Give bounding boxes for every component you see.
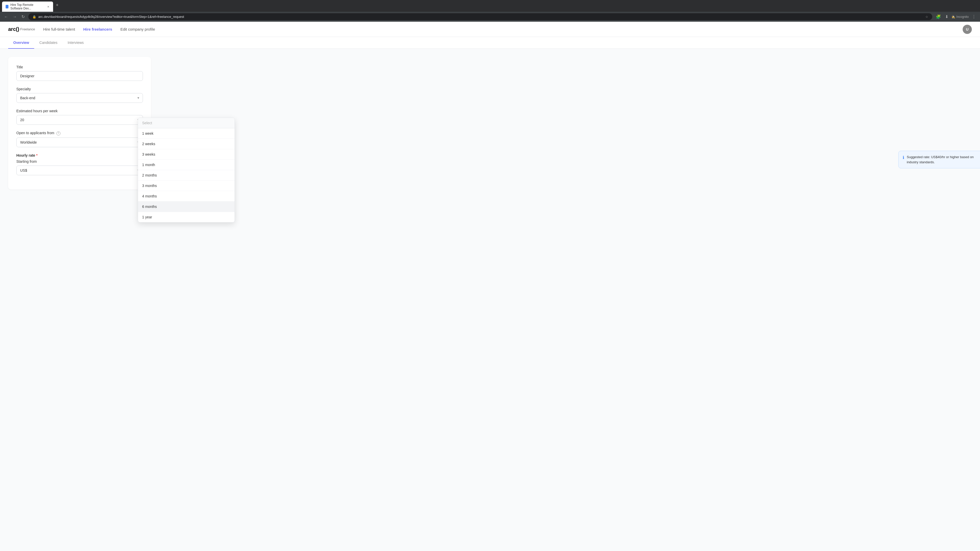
browser-tab-bar: Hire Top Remote Software Dev... ✕ +	[0, 0, 980, 12]
dropdown-item-2months[interactable]: 2 months	[138, 170, 234, 181]
nav-hire-fulltime[interactable]: Hire full-time talent	[43, 26, 75, 32]
forward-button[interactable]: →	[12, 14, 18, 20]
back-button[interactable]: ←	[3, 14, 9, 20]
applicants-help-icon[interactable]: ?	[56, 131, 60, 135]
active-tab[interactable]: Hire Top Remote Software Dev... ✕	[2, 2, 53, 12]
hours-field-group: Estimated hours per week 20 ▼	[16, 109, 143, 125]
dropdown-item-3weeks[interactable]: 3 weeks	[138, 149, 234, 160]
hours-label: Estimated hours per week	[16, 109, 143, 113]
app-header: arc() Freelance Hire full-time talent Hi…	[0, 22, 980, 37]
hours-select[interactable]: 20	[16, 115, 143, 125]
applicants-select[interactable]: Worldwide	[16, 138, 143, 147]
incognito-icon: 🕵	[951, 15, 955, 19]
header-nav: Hire full-time talent Hire freelancers E…	[43, 26, 155, 32]
duration-dropdown: Select 1 week 2 weeks 3 weeks 1 month 2 …	[138, 118, 235, 222]
applicants-field-group: Open to applicants from ? Worldwide ▼	[16, 131, 143, 147]
address-bar-row: ← → ↻ 🔒 arc.dev/dashboard/requests/kdyp4…	[0, 12, 980, 22]
hourly-rate-group: Hourly rate * Starting from US$ ▼	[16, 153, 143, 175]
incognito-badge: 🕵 Incognito	[951, 15, 969, 19]
currency-select-wrapper: US$ ▼	[16, 165, 143, 175]
nav-hire-freelancers[interactable]: Hire freelancers	[83, 26, 112, 32]
address-bar[interactable]: 🔒 arc.dev/dashboard/requests/kdyp4k9q28/…	[28, 13, 932, 20]
tab-close-button[interactable]: ✕	[47, 5, 49, 8]
refresh-button[interactable]: ↻	[21, 13, 26, 20]
page-tabs: Overview Candidates Interviews	[0, 37, 980, 49]
dropdown-item-1month[interactable]: 1 month	[138, 160, 234, 170]
specialty-field-group: Specialty Back-end ▼	[16, 87, 143, 103]
dropdown-item-1year[interactable]: 1 year	[138, 212, 234, 222]
starting-from-label: Starting from	[16, 159, 143, 164]
menu-button[interactable]: ⋮	[971, 13, 977, 20]
new-tab-button[interactable]: +	[54, 2, 61, 9]
tab-interviews[interactable]: Interviews	[62, 37, 89, 49]
applicants-label: Open to applicants from ?	[16, 131, 143, 135]
extensions-button[interactable]: 🧩	[935, 13, 942, 20]
applicants-select-wrapper: Worldwide ▼	[16, 138, 143, 147]
app-logo-sub: Freelance	[20, 27, 35, 31]
info-icon: ℹ	[903, 155, 904, 160]
lock-icon: 🔒	[32, 15, 36, 19]
dropdown-item-2weeks[interactable]: 2 weeks	[138, 139, 234, 149]
tab-overview[interactable]: Overview	[8, 37, 34, 49]
specialty-select-wrapper: Back-end ▼	[16, 93, 143, 103]
nav-edit-company[interactable]: Edit company profile	[121, 26, 155, 32]
hours-select-wrapper: 20 ▼	[16, 115, 143, 125]
incognito-label: Incognito	[956, 15, 969, 19]
dropdown-item-3months[interactable]: 3 months	[138, 181, 234, 191]
required-marker: *	[36, 153, 38, 157]
hourly-rate-label: Hourly rate *	[16, 153, 143, 157]
bookmark-icon: ☆	[925, 15, 928, 19]
url-text: arc.dev/dashboard/requests/kdyp4k9q28/ov…	[38, 15, 923, 19]
downloads-button[interactable]: ⬇	[944, 13, 950, 20]
title-input[interactable]	[16, 71, 143, 81]
user-avatar[interactable]: U	[963, 25, 972, 34]
hourly-rate-row: US$ ▼	[16, 165, 143, 175]
browser-actions: 🧩 ⬇ 🕵 Incognito ⋮	[935, 13, 977, 20]
suggestion-box: ℹ Suggested rate: US$40/hr or higher bas…	[898, 151, 980, 168]
title-field-group: Title	[16, 65, 143, 81]
dropdown-header: Select	[138, 118, 234, 128]
title-label: Title	[16, 65, 143, 69]
form-card: Title Specialty Back-end ▼ Estimated hou…	[8, 57, 151, 189]
suggestion-text: Suggested rate: US$40/hr or higher based…	[907, 155, 980, 165]
dropdown-item-4months[interactable]: 4 months	[138, 191, 234, 202]
specialty-select[interactable]: Back-end	[16, 93, 143, 103]
dropdown-item-1week[interactable]: 1 week	[138, 128, 234, 139]
currency-select[interactable]: US$	[16, 165, 143, 175]
tab-favicon	[6, 5, 8, 8]
main-content: Title Specialty Back-end ▼ Estimated hou…	[0, 49, 980, 551]
tab-title: Hire Top Remote Software Dev...	[11, 3, 45, 10]
app-logo: arc()	[8, 26, 19, 32]
tab-candidates[interactable]: Candidates	[34, 37, 62, 49]
dropdown-item-6months[interactable]: 6 months	[138, 202, 234, 212]
specialty-label: Specialty	[16, 87, 143, 91]
